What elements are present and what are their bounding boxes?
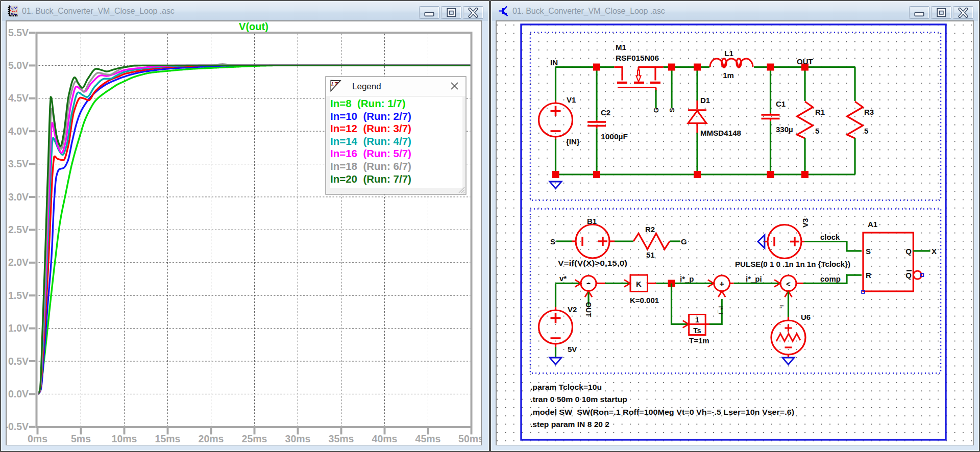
svg-text:4.5V: 4.5V: [8, 92, 29, 104]
svg-text:15ms: 15ms: [155, 433, 181, 444]
svg-text:i*_pi: i*_pi: [746, 274, 762, 283]
svg-text:Q: Q: [905, 247, 912, 256]
svg-text:In=8 (Run: 1/7): In=8 (Run: 1/7): [330, 97, 406, 109]
svg-text:In=12 (Run: 3/7): In=12 (Run: 3/7): [330, 122, 411, 134]
svg-text:25ms: 25ms: [242, 433, 267, 444]
svg-text:G: G: [681, 237, 687, 246]
svg-text:C1: C1: [776, 99, 786, 108]
svg-text:4.0V: 4.0V: [8, 125, 29, 137]
svg-text:330µ: 330µ: [776, 125, 793, 134]
svg-text:Legend: Legend: [352, 82, 381, 91]
svg-text:5ms: 5ms: [71, 433, 91, 444]
svg-text:i*_p: i*_p: [680, 274, 694, 283]
svg-text:V(out): V(out): [239, 21, 268, 32]
svg-text:40ms: 40ms: [372, 433, 398, 444]
svg-text:R3: R3: [864, 108, 874, 116]
svg-text:clock: clock: [820, 233, 840, 241]
svg-text:K=0.001: K=0.001: [630, 296, 659, 305]
svg-text:S: S: [550, 237, 555, 246]
svg-text:comp: comp: [820, 274, 841, 283]
svg-text:0ms: 0ms: [28, 433, 47, 444]
svg-text:Ts: Ts: [693, 327, 701, 335]
svg-text:G: G: [652, 108, 660, 113]
svg-text:PULSE(0 1 0 .1n 1n 1n {Tclock}: PULSE(0 1 0 .1n 1n 1n {Tclock}): [735, 260, 850, 268]
svg-text:1000µF: 1000µF: [601, 132, 628, 141]
svg-text:OUT: OUT: [797, 57, 813, 66]
svg-text:.param Tclock=10u: .param Tclock=10u: [530, 383, 602, 391]
svg-text:LT: LT: [331, 81, 338, 87]
svg-text:V2: V2: [568, 305, 577, 314]
svg-text:MMSD4148: MMSD4148: [700, 129, 741, 137]
svg-text:0.5V: 0.5V: [8, 356, 29, 367]
svg-text:-0.5V: -0.5V: [7, 421, 29, 432]
svg-text:5: 5: [815, 127, 819, 135]
svg-text:U6: U6: [801, 313, 811, 321]
svg-text:R: R: [866, 271, 871, 280]
svg-text:5V: 5V: [568, 345, 577, 354]
svg-text:In=16 (Run: 5/7): In=16 (Run: 5/7): [330, 147, 411, 159]
svg-text:1m: 1m: [723, 71, 734, 80]
svg-text:In=14 (Run: 4/7): In=14 (Run: 4/7): [330, 135, 411, 147]
svg-text:45ms: 45ms: [415, 433, 441, 444]
svg-text:IN: IN: [550, 58, 558, 67]
svg-text:v*: v*: [559, 274, 567, 283]
svg-text:.model SW SW(Ron=.1 Roff=100M: .model SW SW(Ron=.1 Roff=100Meg Vt=0 Vh=…: [530, 408, 794, 416]
svg-text:<: <: [786, 280, 791, 288]
svg-text:1.5V: 1.5V: [8, 290, 29, 301]
svg-text:In=18 (Run: 6/7): In=18 (Run: 6/7): [330, 160, 411, 172]
svg-text:In=10 (Run: 2/7): In=10 (Run: 2/7): [330, 110, 411, 122]
svg-text:3.5V: 3.5V: [8, 158, 29, 169]
svg-text:S: S: [668, 108, 676, 112]
svg-text:.tran 0 50m 0 10m startup: .tran 0 50m 0 10m startup: [530, 395, 627, 404]
svg-text:1.0V: 1.0V: [8, 322, 29, 334]
svg-text:K: K: [636, 280, 642, 288]
svg-text:2.5V: 2.5V: [8, 224, 29, 235]
svg-text:50ms: 50ms: [458, 433, 481, 444]
svg-text:C2: C2: [601, 108, 610, 117]
svg-text:1: 1: [695, 316, 699, 324]
svg-text:M1: M1: [616, 43, 626, 52]
svg-text:V=if(V(X)>0,15,0): V=if(V(X)>0,15,0): [558, 259, 627, 267]
svg-text:Q: Q: [905, 271, 912, 280]
svg-text:20ms: 20ms: [199, 433, 224, 444]
svg-text:OUT: OUT: [584, 302, 593, 317]
svg-text:RSF015N06: RSF015N06: [616, 54, 659, 62]
svg-text:30ms: 30ms: [285, 433, 311, 444]
svg-text:V3: V3: [801, 218, 810, 228]
svg-text:51: 51: [646, 250, 655, 259]
svg-text:10ms: 10ms: [112, 433, 137, 444]
svg-text:T=1m: T=1m: [689, 336, 709, 345]
svg-text:0.0V: 0.0V: [8, 388, 29, 399]
svg-text:+: +: [720, 280, 724, 288]
svg-text:R1: R1: [815, 108, 825, 116]
svg-text:i*_i: i*_i: [718, 306, 724, 315]
svg-text:2.0V: 2.0V: [8, 257, 29, 268]
svg-text:B1: B1: [587, 217, 597, 225]
svg-text:A1: A1: [868, 220, 877, 229]
svg-text:D1: D1: [700, 96, 710, 105]
svg-text:i-: i-: [779, 305, 785, 309]
svg-text:35ms: 35ms: [329, 433, 354, 444]
svg-text:5.0V: 5.0V: [8, 60, 29, 71]
svg-text:.step param IN 8 20 2: .step param IN 8 20 2: [530, 420, 609, 429]
svg-text:In=20 (Run: 7/7): In=20 (Run: 7/7): [330, 173, 411, 185]
svg-text:3.0V: 3.0V: [8, 191, 29, 203]
svg-text:S: S: [866, 247, 871, 256]
svg-text:{IN}: {IN}: [566, 137, 580, 146]
svg-text:X: X: [932, 247, 937, 256]
svg-text:L1: L1: [724, 49, 733, 58]
svg-text:R2: R2: [645, 225, 655, 234]
svg-text:5.5V: 5.5V: [8, 27, 29, 38]
svg-text:V1: V1: [567, 95, 576, 104]
svg-text:5: 5: [864, 127, 868, 135]
